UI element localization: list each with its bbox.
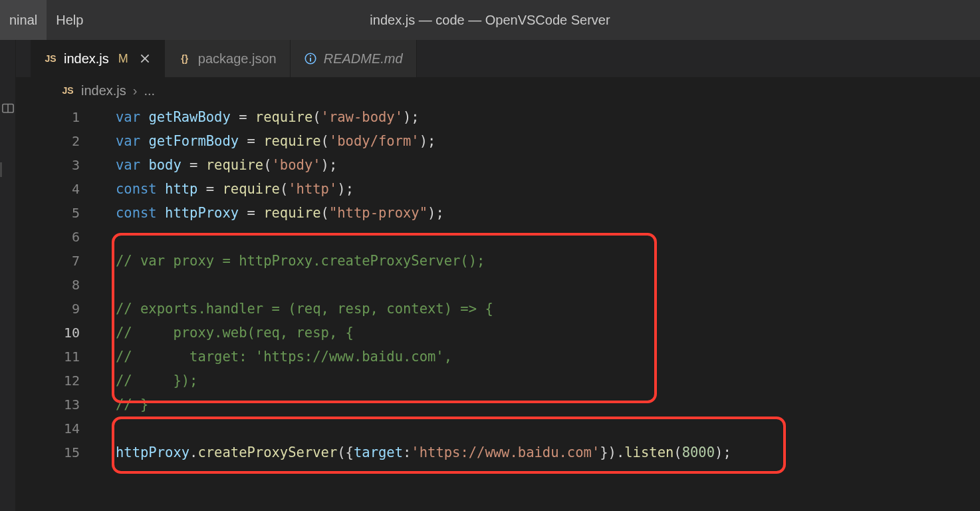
menu-item-terminal[interactable]: ninal xyxy=(0,0,47,40)
window-title: index.js — code — OpenVSCode Server xyxy=(370,13,610,28)
line-number: 12 xyxy=(16,369,102,393)
tab-label: index.js xyxy=(64,51,109,67)
code-line[interactable]: // }); xyxy=(116,369,980,393)
tab-bar: JS index.js M {} package.json xyxy=(16,40,980,77)
tab-label: package.json xyxy=(198,51,277,67)
editor-area: JS index.js M {} package.json xyxy=(16,40,980,511)
code-line[interactable]: httpProxy.createProxyServer({target:'htt… xyxy=(116,440,980,464)
chevron-right-icon: › xyxy=(133,83,138,98)
breadcrumb-file: index.js xyxy=(81,83,126,98)
tab-index-js[interactable]: JS index.js M xyxy=(31,40,165,77)
menu-bar: ninal Help xyxy=(0,0,92,40)
code-line[interactable]: var body = require('body'); xyxy=(116,153,980,177)
layout-icon[interactable] xyxy=(1,102,15,118)
line-number: 6 xyxy=(16,225,102,249)
info-icon xyxy=(304,52,317,65)
line-number: 14 xyxy=(16,417,102,440)
breadcrumbs[interactable]: JS index.js › ... xyxy=(16,77,980,104)
code-line[interactable]: // proxy.web(req, resp, { xyxy=(116,321,980,345)
line-number: 15 xyxy=(16,440,102,464)
code-editor[interactable]: 1 2 3 4 5 6 7 8 9 10 11 12 13 14 15 var … xyxy=(16,104,980,511)
code-line[interactable] xyxy=(116,273,980,297)
code-line[interactable]: // target: 'https://www.baidu.com', xyxy=(116,345,980,369)
tab-readme-md[interactable]: README.md xyxy=(291,40,417,77)
tab-package-json[interactable]: {} package.json xyxy=(165,40,291,77)
code-line[interactable]: // } xyxy=(116,393,980,417)
code-line[interactable]: const http = require('http'); xyxy=(116,177,980,201)
code-content[interactable]: var getRawBody = require('raw-body'); va… xyxy=(116,105,980,464)
line-number: 9 xyxy=(16,297,102,321)
breadcrumb-trail: ... xyxy=(144,83,155,98)
line-number: 8 xyxy=(16,273,102,297)
svg-point-6 xyxy=(310,55,311,57)
line-number: 13 xyxy=(16,393,102,417)
tab-modified-badge: M xyxy=(118,52,128,66)
js-file-icon: JS xyxy=(44,53,57,64)
line-number: 10 xyxy=(16,321,102,345)
activity-present-indicator xyxy=(0,162,2,177)
line-number: 5 xyxy=(16,201,102,225)
line-number: 7 xyxy=(16,249,102,273)
activity-bar xyxy=(0,40,16,511)
line-number: 2 xyxy=(16,129,102,153)
code-line[interactable]: // var proxy = httpProxy.createProxyServ… xyxy=(116,249,980,273)
tab-label: README.md xyxy=(324,51,403,67)
line-number: 4 xyxy=(16,177,102,201)
code-line[interactable] xyxy=(116,417,980,440)
line-number-gutter: 1 2 3 4 5 6 7 8 9 10 11 12 13 14 15 xyxy=(16,104,102,464)
json-file-icon: {} xyxy=(178,53,191,64)
code-line[interactable] xyxy=(116,225,980,249)
menu-item-help[interactable]: Help xyxy=(47,0,92,40)
code-line[interactable]: const httpProxy = require("http-proxy"); xyxy=(116,201,980,225)
code-line[interactable]: // exports.handler = (req, resp, context… xyxy=(116,297,980,321)
main-area: JS index.js M {} package.json xyxy=(0,40,980,511)
title-bar: ninal Help index.js — code — OpenVSCode … xyxy=(0,0,980,40)
close-icon[interactable] xyxy=(139,53,151,65)
js-file-icon: JS xyxy=(61,85,74,96)
line-number: 3 xyxy=(16,153,102,177)
line-number: 1 xyxy=(16,105,102,129)
line-number: 11 xyxy=(16,345,102,369)
code-line[interactable]: var getFormBody = require('body/form'); xyxy=(116,129,980,153)
code-line[interactable]: var getRawBody = require('raw-body'); xyxy=(116,105,980,129)
